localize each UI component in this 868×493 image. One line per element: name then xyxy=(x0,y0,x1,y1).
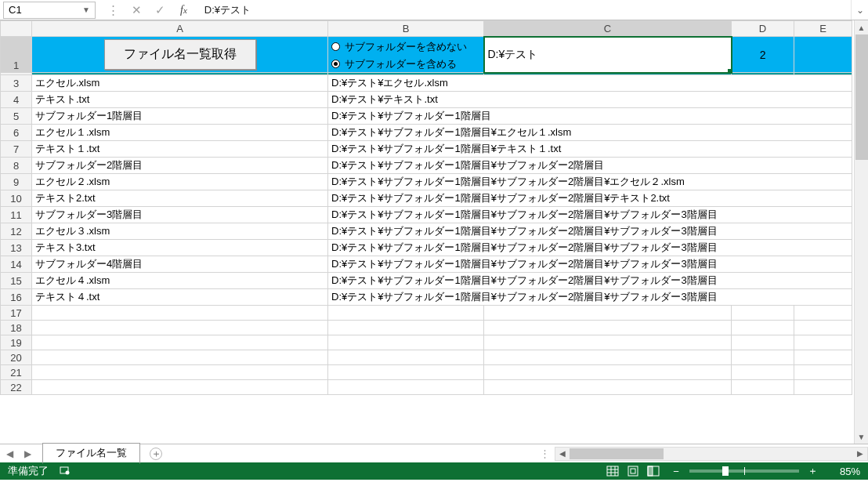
cell[interactable]: エクセル１.xlsm xyxy=(32,125,328,141)
row-header[interactable]: 3 xyxy=(1,75,32,92)
row-header[interactable]: 11 xyxy=(1,207,32,223)
zoom-percent[interactable]: 85% xyxy=(826,466,860,477)
row-header[interactable]: 12 xyxy=(1,223,32,240)
zoom-out-icon[interactable]: − xyxy=(671,466,682,477)
cell[interactable] xyxy=(794,306,852,321)
cell[interactable] xyxy=(794,321,852,335)
row-header[interactable]: 10 xyxy=(1,190,32,207)
enter-icon[interactable]: ✓ xyxy=(150,2,169,19)
cell[interactable] xyxy=(732,365,794,380)
cancel-icon[interactable]: ✕ xyxy=(127,2,146,19)
formula-expand-icon[interactable]: ⌄ xyxy=(851,0,868,20)
cell[interactable] xyxy=(484,365,732,380)
row-header[interactable]: 17 xyxy=(1,306,32,321)
cell[interactable] xyxy=(732,350,794,365)
zoom-in-icon[interactable]: ＋ xyxy=(807,464,818,478)
add-sheet-icon[interactable]: ＋ xyxy=(150,448,162,460)
cell[interactable] xyxy=(328,365,484,380)
vertical-scrollbar[interactable]: ▲ ▼ xyxy=(854,20,868,444)
tab-splitter-icon[interactable]: ⋮ xyxy=(535,448,555,459)
row-header[interactable]: 7 xyxy=(1,141,32,158)
cell[interactable] xyxy=(328,380,484,395)
cell[interactable] xyxy=(328,335,484,350)
cell[interactable] xyxy=(484,306,732,321)
cell[interactable]: D:¥テスト¥サブフォルダー1階層目¥サブフォルダー2階層目¥サブフォルダー3階… xyxy=(328,289,852,306)
row-header[interactable]: 14 xyxy=(1,256,32,273)
get-file-list-button[interactable]: ファイル名一覧取得 xyxy=(104,39,256,70)
cell[interactable]: サブフォルダー4階層目 xyxy=(32,256,328,273)
cell[interactable]: D:¥テスト¥サブフォルダー1階層目¥サブフォルダー2階層目¥サブフォルダー3階… xyxy=(328,256,852,273)
view-page-layout-icon[interactable] xyxy=(622,462,642,480)
select-all-cell[interactable] xyxy=(1,21,32,37)
zoom-slider[interactable] xyxy=(689,469,799,473)
cell[interactable] xyxy=(328,350,484,365)
cell[interactable]: D:¥テスト¥サブフォルダー1階層目¥サブフォルダー2階層目¥エクセル２.xls… xyxy=(328,174,852,190)
cell[interactable] xyxy=(794,380,852,395)
radio-exclude-subfolders[interactable]: サブフォルダーを含めない xyxy=(331,40,480,54)
col-header-d[interactable]: D xyxy=(732,21,794,37)
cell-c1-selected[interactable]: D:¥テスト xyxy=(484,37,732,73)
spreadsheet-grid[interactable]: A B C D E 1 ファイル名一覧取得 サブフォルダーを含めない サブフォル… xyxy=(0,20,852,395)
row-header[interactable]: 15 xyxy=(1,273,32,289)
cell[interactable] xyxy=(484,380,732,395)
cell-d1[interactable]: 2 xyxy=(732,37,794,73)
hscroll-thumb[interactable] xyxy=(570,448,664,459)
cell[interactable] xyxy=(328,321,484,335)
name-box[interactable]: C1 ▼ xyxy=(3,2,96,19)
row-header[interactable]: 19 xyxy=(1,335,32,350)
cell[interactable] xyxy=(32,380,328,395)
cell[interactable] xyxy=(794,335,852,350)
formula-options-icon[interactable]: ⋮ xyxy=(103,2,122,19)
zoom-knob[interactable] xyxy=(722,466,729,476)
cell-b1[interactable]: サブフォルダーを含めない サブフォルダーを含める xyxy=(328,37,484,73)
scroll-up-icon[interactable]: ▲ xyxy=(855,20,868,34)
cell[interactable]: D:¥テスト¥サブフォルダー1階層目¥サブフォルダー2階層目¥テキスト2.txt xyxy=(328,190,852,207)
cell[interactable]: D:¥テスト¥サブフォルダー1階層目¥サブフォルダー2階層目¥サブフォルダー3階… xyxy=(328,223,852,240)
radio-include-subfolders[interactable]: サブフォルダーを含める xyxy=(331,57,480,71)
cell[interactable]: サブフォルダー2階層目 xyxy=(32,158,328,174)
view-normal-icon[interactable] xyxy=(602,462,622,480)
cell[interactable]: D:¥テスト¥サブフォルダー1階層目¥エクセル１.xlsm xyxy=(328,125,852,141)
cell[interactable]: エクセル３.xlsm xyxy=(32,223,328,240)
cell[interactable]: エクセル.xlsm xyxy=(32,75,328,92)
cell[interactable] xyxy=(32,321,328,335)
formula-input[interactable]: D:¥テスト xyxy=(198,3,851,17)
cell[interactable] xyxy=(32,365,328,380)
cell[interactable]: D:¥テスト¥サブフォルダー1階層目¥サブフォルダー2階層目¥サブフォルダー3階… xyxy=(328,207,852,223)
row-header[interactable]: 20 xyxy=(1,350,32,365)
row-header[interactable]: 6 xyxy=(1,125,32,141)
cell[interactable] xyxy=(32,306,328,321)
view-page-break-icon[interactable] xyxy=(642,462,663,480)
horizontal-scrollbar[interactable]: ◀ ▶ xyxy=(555,447,868,461)
cell[interactable]: D:¥テスト¥サブフォルダー1階層目¥テキスト１.txt xyxy=(328,141,852,158)
cell[interactable] xyxy=(32,335,328,350)
cell[interactable]: D:¥テスト¥サブフォルダー1階層目¥サブフォルダー2階層目¥サブフォルダー3階… xyxy=(328,240,852,256)
cell[interactable] xyxy=(794,350,852,365)
cell[interactable] xyxy=(732,321,794,335)
cell[interactable]: テキスト.txt xyxy=(32,92,328,108)
row-header[interactable]: 5 xyxy=(1,108,32,125)
col-header-c[interactable]: C xyxy=(484,21,732,37)
macro-record-icon[interactable] xyxy=(60,465,71,478)
scroll-left-icon[interactable]: ◀ xyxy=(555,449,570,458)
row-header[interactable]: 21 xyxy=(1,365,32,380)
cell[interactable] xyxy=(794,365,852,380)
cell[interactable]: テキスト2.txt xyxy=(32,190,328,207)
row-header[interactable]: 22 xyxy=(1,380,32,395)
cell[interactable]: D:¥テスト¥テキスト.txt xyxy=(328,92,852,108)
cell[interactable]: テキスト１.txt xyxy=(32,141,328,158)
col-header-b[interactable]: B xyxy=(328,21,484,37)
tab-nav-prev-icon[interactable]: ◀ xyxy=(6,448,13,459)
col-header-a[interactable]: A xyxy=(32,21,328,37)
scroll-down-icon[interactable]: ▼ xyxy=(855,430,868,444)
cell[interactable]: テキスト４.txt xyxy=(32,289,328,306)
cell[interactable] xyxy=(484,335,732,350)
cell[interactable] xyxy=(32,350,328,365)
cell[interactable]: D:¥テスト¥サブフォルダー1階層目¥サブフォルダー2階層目 xyxy=(328,158,852,174)
cell-e1[interactable] xyxy=(794,37,852,73)
tab-nav-next-icon[interactable]: ▶ xyxy=(24,448,31,459)
cell[interactable]: D:¥テスト¥サブフォルダー1階層目 xyxy=(328,108,852,125)
cell[interactable] xyxy=(484,350,732,365)
sheet-tab-active[interactable]: ファイル名一覧 xyxy=(42,443,140,464)
row-header[interactable]: 4 xyxy=(1,92,32,108)
